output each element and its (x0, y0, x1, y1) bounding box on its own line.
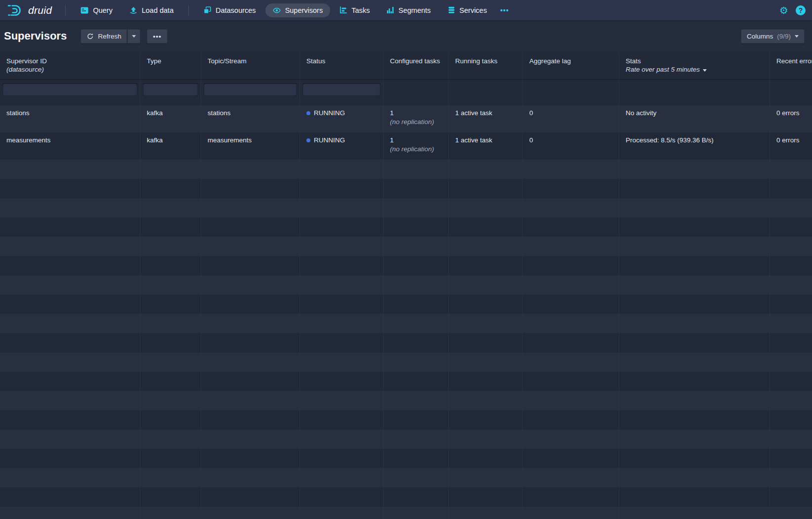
status-running-dot-icon (306, 111, 310, 115)
filter-cell (300, 80, 384, 105)
table-row-empty (0, 391, 812, 410)
empty-cell (619, 468, 770, 487)
empty-cell (300, 160, 384, 179)
empty-cell (619, 295, 770, 314)
table-row-empty (0, 237, 812, 256)
nav-item-load-data[interactable]: Load data (122, 3, 181, 17)
column-header-supervisor-id[interactable]: Supervisor ID (datasource) (0, 52, 140, 79)
nav-item-query[interactable]: Query (73, 3, 120, 17)
table-row-empty (0, 179, 812, 198)
empty-cell (619, 507, 770, 519)
refresh-button[interactable]: Refresh (81, 29, 127, 43)
settings-gear-icon[interactable]: ⚙ (779, 5, 788, 15)
empty-cell (0, 449, 140, 468)
empty-cell (384, 217, 449, 237)
top-navigation-bar: druid Query Load data Datasources (0, 0, 812, 20)
topic-stream-filter-input[interactable] (204, 83, 297, 96)
nav-more-button[interactable]: ••• (495, 3, 514, 17)
upload-icon (129, 6, 137, 14)
empty-cell (523, 237, 619, 256)
table-row-stations[interactable]: stations kafka stations RUNNING 1 (no re… (0, 105, 812, 132)
configured-tasks-cell: 1 (no replication) (384, 105, 449, 132)
filter-cell (619, 80, 770, 105)
empty-cell (140, 333, 201, 352)
nav-item-segments[interactable]: Segments (379, 3, 438, 17)
column-header-recent-errors[interactable]: Recent errors (770, 52, 812, 79)
nav-item-tasks[interactable]: Tasks (332, 3, 377, 17)
empty-cell (523, 295, 619, 314)
empty-cell (449, 198, 523, 217)
empty-cell (0, 468, 140, 487)
status-cell: RUNNING (300, 132, 384, 160)
stats-period-selector[interactable]: Rate over past 5 minutes (626, 66, 763, 73)
nav-item-supervisors[interactable]: Supervisors (265, 3, 331, 17)
columns-button-label: Columns (747, 33, 773, 40)
nav-item-services[interactable]: Services (440, 3, 495, 17)
empty-cell (619, 217, 770, 237)
nav-divider (65, 5, 66, 16)
empty-cell (0, 333, 140, 352)
empty-cell (523, 179, 619, 198)
column-header-label: Supervisor ID (6, 57, 47, 65)
empty-cell (770, 449, 812, 468)
empty-cell (140, 160, 201, 179)
druid-logo-icon (7, 3, 24, 17)
empty-cell (140, 487, 201, 507)
status-filter-input[interactable] (302, 83, 381, 96)
actions-more-button[interactable]: ••• (147, 29, 167, 43)
filter-cell (0, 80, 140, 105)
column-header-label: Running tasks (455, 57, 498, 65)
empty-cell (523, 352, 619, 372)
column-header-running-tasks[interactable]: Running tasks (449, 52, 523, 79)
empty-cell (770, 314, 812, 333)
empty-cell (0, 179, 140, 198)
column-header-topic-stream[interactable]: Topic/Stream (201, 52, 300, 79)
table-row-empty (0, 372, 812, 391)
empty-cell (619, 430, 770, 449)
empty-cell (384, 160, 449, 179)
nav-item-label: Tasks (351, 6, 370, 14)
column-header-configured-tasks[interactable]: Configured tasks (384, 52, 449, 79)
nav-item-label: Supervisors (285, 6, 323, 14)
table-row-empty (0, 217, 812, 237)
table-row-empty (0, 468, 812, 487)
column-header-type[interactable]: Type (140, 52, 201, 79)
empty-cell (449, 217, 523, 237)
nav-items: Datasources Supervisors Tasks (195, 0, 514, 20)
empty-cell (0, 275, 140, 295)
empty-cell (449, 179, 523, 198)
empty-cell (201, 295, 300, 314)
status-cell: RUNNING (300, 105, 384, 132)
empty-cell (770, 256, 812, 275)
empty-cell (619, 449, 770, 468)
empty-cell (300, 179, 384, 198)
type-filter-input[interactable] (143, 83, 198, 96)
help-icon[interactable]: ? (796, 5, 806, 15)
empty-cell (770, 275, 812, 295)
column-header-label: Status (306, 57, 325, 65)
empty-cell (770, 160, 812, 179)
chevron-down-icon (795, 35, 799, 38)
supervisor-id-filter-input[interactable] (2, 83, 137, 96)
empty-cell (300, 507, 384, 519)
empty-cell (140, 237, 201, 256)
column-header-label: Configured tasks (390, 57, 440, 65)
empty-cell (201, 391, 300, 410)
columns-button[interactable]: Columns (9/9) (741, 29, 805, 43)
column-header-aggregate-lag[interactable]: Aggregate lag (523, 52, 619, 79)
table-row-empty (0, 198, 812, 217)
column-header-status[interactable]: Status (300, 52, 384, 79)
table-row-empty (0, 410, 812, 430)
nav-item-datasources[interactable]: Datasources (196, 3, 263, 17)
empty-cell (384, 449, 449, 468)
column-header-sublabel: (datasource) (6, 66, 133, 73)
empty-cell (449, 256, 523, 275)
empty-cell (0, 295, 140, 314)
druid-logo[interactable]: druid (7, 3, 52, 17)
empty-cell (449, 295, 523, 314)
refresh-interval-caret-button[interactable] (127, 29, 140, 43)
empty-cell (300, 333, 384, 352)
table-row-measurements[interactable]: measurements kafka measurements RUNNING … (0, 132, 812, 160)
column-header-stats[interactable]: Stats Rate over past 5 minutes (619, 52, 770, 79)
empty-cell (770, 410, 812, 430)
